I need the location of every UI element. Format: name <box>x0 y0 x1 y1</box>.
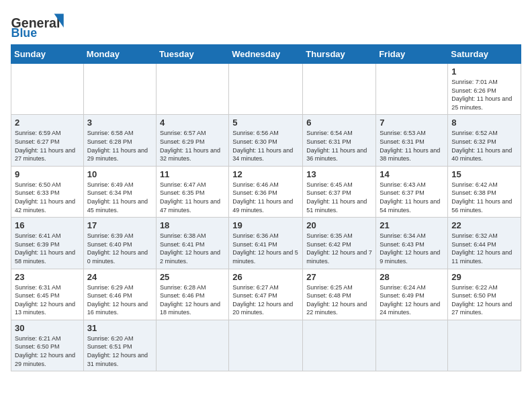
day-number: 22 <box>451 220 517 230</box>
calendar-cell <box>156 64 228 115</box>
day-number: 10 <box>87 169 152 179</box>
day-info: Sunrise: 6:59 AM Sunset: 6:27 PM Dayligh… <box>15 129 80 163</box>
day-number: 29 <box>451 272 517 282</box>
calendar-cell: 21Sunrise: 6:34 AM Sunset: 6:43 PM Dayli… <box>376 218 448 269</box>
day-number: 1 <box>451 66 517 77</box>
day-info: Sunrise: 6:58 AM Sunset: 6:28 PM Dayligh… <box>87 129 152 163</box>
calendar-cell: 15Sunrise: 6:42 AM Sunset: 6:38 PM Dayli… <box>448 166 521 217</box>
day-number: 14 <box>380 169 444 179</box>
day-info: Sunrise: 6:21 AM Sunset: 6:50 PM Dayligh… <box>15 334 80 368</box>
calendar-week-row: 30Sunrise: 6:21 AM Sunset: 6:50 PM Dayli… <box>11 320 521 371</box>
day-number: 9 <box>15 169 80 179</box>
calendar-cell <box>229 320 303 371</box>
day-number: 23 <box>15 272 80 282</box>
calendar-week-row: 9Sunrise: 6:50 AM Sunset: 6:33 PM Daylig… <box>11 166 521 217</box>
calendar-cell: 2Sunrise: 6:59 AM Sunset: 6:27 PM Daylig… <box>11 115 84 166</box>
page-header: General Blue <box>11 11 521 38</box>
day-info: Sunrise: 7:01 AM Sunset: 6:26 PM Dayligh… <box>451 78 517 111</box>
day-info: Sunrise: 6:29 AM Sunset: 6:46 PM Dayligh… <box>87 283 152 317</box>
calendar-cell: 19Sunrise: 6:36 AM Sunset: 6:41 PM Dayli… <box>229 218 303 269</box>
calendar-cell: 7Sunrise: 6:53 AM Sunset: 6:31 PM Daylig… <box>376 115 448 166</box>
day-number: 24 <box>87 272 152 282</box>
day-number: 25 <box>160 272 225 282</box>
calendar-cell: 24Sunrise: 6:29 AM Sunset: 6:46 PM Dayli… <box>83 269 156 320</box>
day-info: Sunrise: 6:43 AM Sunset: 6:37 PM Dayligh… <box>380 181 444 214</box>
day-info: Sunrise: 6:39 AM Sunset: 6:40 PM Dayligh… <box>87 232 152 265</box>
day-number: 7 <box>380 118 444 128</box>
calendar-cell <box>229 64 303 115</box>
day-number: 6 <box>306 118 372 128</box>
column-header-friday: Friday <box>376 45 448 64</box>
day-number: 2 <box>15 118 80 128</box>
calendar-cell: 13Sunrise: 6:45 AM Sunset: 6:37 PM Dayli… <box>303 166 376 217</box>
day-info: Sunrise: 6:49 AM Sunset: 6:34 PM Dayligh… <box>87 181 152 214</box>
day-number: 21 <box>380 220 444 230</box>
logo: General Blue <box>11 11 71 38</box>
calendar-week-row: 23Sunrise: 6:31 AM Sunset: 6:45 PM Dayli… <box>11 269 521 320</box>
day-number: 31 <box>87 323 152 333</box>
calendar-cell: 6Sunrise: 6:54 AM Sunset: 6:31 PM Daylig… <box>303 115 376 166</box>
calendar-week-row: 2Sunrise: 6:59 AM Sunset: 6:27 PM Daylig… <box>11 115 521 166</box>
day-info: Sunrise: 6:41 AM Sunset: 6:39 PM Dayligh… <box>15 232 80 265</box>
calendar-cell <box>303 64 376 115</box>
calendar-cell: 12Sunrise: 6:46 AM Sunset: 6:36 PM Dayli… <box>229 166 303 217</box>
day-info: Sunrise: 6:56 AM Sunset: 6:30 PM Dayligh… <box>232 129 299 163</box>
calendar-cell <box>448 320 521 371</box>
calendar-cell: 5Sunrise: 6:56 AM Sunset: 6:30 PM Daylig… <box>229 115 303 166</box>
day-info: Sunrise: 6:47 AM Sunset: 6:35 PM Dayligh… <box>160 181 225 214</box>
day-info: Sunrise: 6:38 AM Sunset: 6:41 PM Dayligh… <box>160 232 225 265</box>
day-number: 27 <box>306 272 372 282</box>
day-number: 17 <box>87 220 152 230</box>
calendar-cell <box>83 64 156 115</box>
day-info: Sunrise: 6:20 AM Sunset: 6:51 PM Dayligh… <box>87 334 152 368</box>
calendar-cell <box>376 64 448 115</box>
calendar-cell: 3Sunrise: 6:58 AM Sunset: 6:28 PM Daylig… <box>83 115 156 166</box>
day-info: Sunrise: 6:28 AM Sunset: 6:46 PM Dayligh… <box>160 283 225 317</box>
calendar-cell: 27Sunrise: 6:25 AM Sunset: 6:48 PM Dayli… <box>303 269 376 320</box>
calendar-cell: 25Sunrise: 6:28 AM Sunset: 6:46 PM Dayli… <box>156 269 228 320</box>
calendar-cell: 20Sunrise: 6:35 AM Sunset: 6:42 PM Dayli… <box>303 218 376 269</box>
calendar-cell <box>156 320 228 371</box>
calendar-cell: 30Sunrise: 6:21 AM Sunset: 6:50 PM Dayli… <box>11 320 84 371</box>
day-number: 4 <box>160 118 225 128</box>
calendar-cell: 23Sunrise: 6:31 AM Sunset: 6:45 PM Dayli… <box>11 269 84 320</box>
day-info: Sunrise: 6:54 AM Sunset: 6:31 PM Dayligh… <box>306 129 372 163</box>
day-number: 13 <box>306 169 372 179</box>
calendar-cell: 22Sunrise: 6:32 AM Sunset: 6:44 PM Dayli… <box>448 218 521 269</box>
day-info: Sunrise: 6:34 AM Sunset: 6:43 PM Dayligh… <box>380 232 444 265</box>
calendar-cell <box>11 64 84 115</box>
calendar-cell: 1Sunrise: 7:01 AM Sunset: 6:26 PM Daylig… <box>448 64 521 115</box>
calendar-cell: 18Sunrise: 6:38 AM Sunset: 6:41 PM Dayli… <box>156 218 228 269</box>
day-number: 5 <box>232 118 299 128</box>
day-info: Sunrise: 6:24 AM Sunset: 6:49 PM Dayligh… <box>380 283 444 317</box>
calendar-cell: 11Sunrise: 6:47 AM Sunset: 6:35 PM Dayli… <box>156 166 228 217</box>
day-number: 12 <box>232 169 299 179</box>
day-number: 15 <box>451 169 517 179</box>
calendar-cell: 8Sunrise: 6:52 AM Sunset: 6:32 PM Daylig… <box>448 115 521 166</box>
column-header-monday: Monday <box>83 45 156 64</box>
calendar-cell <box>376 320 448 371</box>
calendar-cell: 29Sunrise: 6:22 AM Sunset: 6:50 PM Dayli… <box>448 269 521 320</box>
day-number: 3 <box>87 118 152 128</box>
day-number: 20 <box>306 220 372 230</box>
day-number: 18 <box>160 220 225 230</box>
day-number: 11 <box>160 169 225 179</box>
day-info: Sunrise: 6:50 AM Sunset: 6:33 PM Dayligh… <box>15 181 80 214</box>
calendar-week-row: 16Sunrise: 6:41 AM Sunset: 6:39 PM Dayli… <box>11 218 521 269</box>
calendar-cell: 28Sunrise: 6:24 AM Sunset: 6:49 PM Dayli… <box>376 269 448 320</box>
column-header-tuesday: Tuesday <box>156 45 228 64</box>
calendar-cell: 26Sunrise: 6:27 AM Sunset: 6:47 PM Dayli… <box>229 269 303 320</box>
day-info: Sunrise: 6:36 AM Sunset: 6:41 PM Dayligh… <box>232 232 299 265</box>
svg-text:Blue: Blue <box>11 26 38 38</box>
day-number: 28 <box>380 272 444 282</box>
day-info: Sunrise: 6:52 AM Sunset: 6:32 PM Dayligh… <box>451 129 517 163</box>
day-number: 26 <box>232 272 299 282</box>
calendar-cell: 4Sunrise: 6:57 AM Sunset: 6:29 PM Daylig… <box>156 115 228 166</box>
calendar-cell: 31Sunrise: 6:20 AM Sunset: 6:51 PM Dayli… <box>83 320 156 371</box>
day-info: Sunrise: 6:45 AM Sunset: 6:37 PM Dayligh… <box>306 181 372 214</box>
day-info: Sunrise: 6:53 AM Sunset: 6:31 PM Dayligh… <box>380 129 444 163</box>
day-number: 19 <box>232 220 299 230</box>
calendar-table: SundayMondayTuesdayWednesdayThursdayFrid… <box>11 44 521 371</box>
day-info: Sunrise: 6:31 AM Sunset: 6:45 PM Dayligh… <box>15 283 80 317</box>
calendar-cell: 16Sunrise: 6:41 AM Sunset: 6:39 PM Dayli… <box>11 218 84 269</box>
